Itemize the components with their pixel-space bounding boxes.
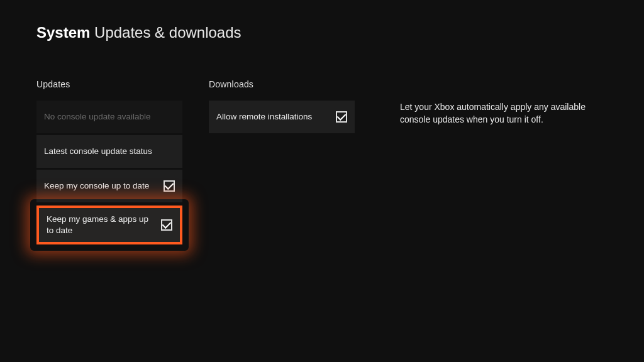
keep-games-apps-up-to-date-label: Keep my games & apps up to date (47, 214, 161, 236)
checkbox-checked-icon (161, 219, 172, 231)
updates-section-title: Updates (36, 79, 182, 89)
no-console-update-label: No console update available (44, 111, 175, 123)
checkbox-checked-icon (164, 180, 175, 192)
description-column: Let your Xbox automatically apply any av… (400, 79, 595, 244)
downloads-section-title: Downloads (209, 79, 355, 89)
latest-update-status-tile[interactable]: Latest console update status (36, 135, 182, 168)
keep-console-up-to-date-label: Keep my console up to date (44, 180, 164, 192)
allow-remote-installations-tile[interactable]: Allow remote installations (209, 101, 355, 133)
keep-games-apps-up-to-date-tile[interactable]: Keep my games & apps up to date (36, 206, 182, 244)
updates-column: Updates No console update available Late… (36, 79, 182, 244)
allow-remote-installations-label: Allow remote installations (216, 111, 336, 123)
setting-description: Let your Xbox automatically apply any av… (400, 101, 595, 126)
page-category: System (36, 24, 90, 41)
no-console-update-tile: No console update available (36, 101, 182, 133)
page-title: Updates & downloads (94, 24, 241, 41)
page-header: System Updates & downloads (36, 24, 608, 41)
checkbox-checked-icon (336, 111, 347, 123)
downloads-column: Downloads Allow remote installations (209, 79, 355, 244)
latest-update-status-label: Latest console update status (44, 146, 175, 157)
keep-console-up-to-date-tile[interactable]: Keep my console up to date (36, 170, 182, 202)
focused-tile-highlight: Keep my games & apps up to date (36, 206, 182, 244)
